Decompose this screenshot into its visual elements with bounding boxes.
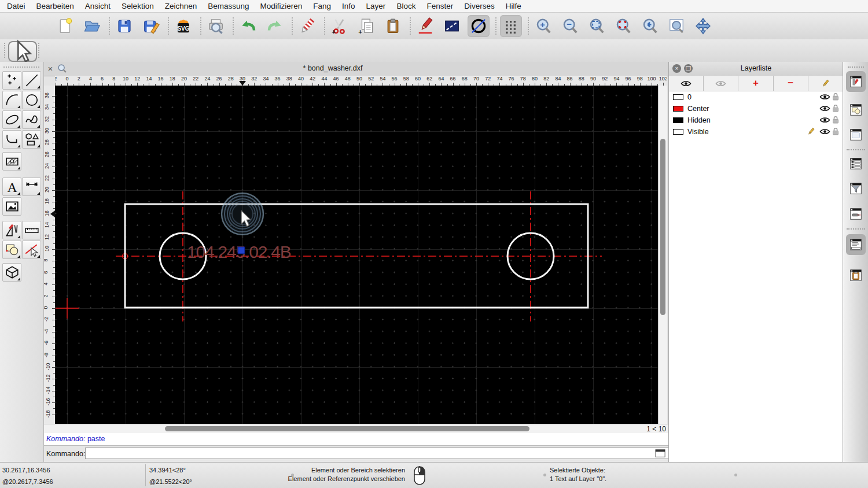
grid-toggle-button[interactable] bbox=[500, 15, 522, 37]
zoom-pan-button[interactable] bbox=[692, 15, 714, 37]
open-button[interactable] bbox=[81, 15, 103, 37]
circle-line-button[interactable] bbox=[468, 15, 490, 37]
mouse-hint-right: Element oder Referenzpunkt verschieben bbox=[288, 475, 405, 482]
save-button[interactable] bbox=[113, 15, 135, 37]
zoom-out-button[interactable]: − bbox=[559, 15, 581, 37]
menu-ansicht[interactable]: Ansicht bbox=[85, 2, 111, 10]
dock-clipboard-widget-button[interactable] bbox=[846, 265, 866, 286]
save-as-button[interactable] bbox=[140, 15, 162, 37]
save-icon bbox=[116, 17, 133, 35]
undo-button[interactable] bbox=[237, 15, 259, 37]
zoom-auto-button[interactable] bbox=[586, 15, 608, 37]
vertical-scrollbar[interactable] bbox=[659, 86, 667, 424]
tool-arc[interactable] bbox=[2, 91, 21, 109]
zoom-in-button[interactable]: + bbox=[532, 15, 554, 37]
menu-hilfe[interactable]: Hilfe bbox=[506, 2, 521, 10]
tool-solid3d[interactable] bbox=[2, 263, 21, 282]
tool-hatch[interactable] bbox=[2, 152, 21, 171]
command-detach-icon[interactable] bbox=[655, 449, 665, 458]
zoom-previous-button[interactable] bbox=[639, 15, 661, 37]
dock-entity-list-button[interactable] bbox=[846, 153, 866, 174]
layer-row-hidden[interactable]: Hidden bbox=[669, 114, 843, 126]
layer-visibility-icon[interactable] bbox=[819, 104, 829, 113]
svg-export-button[interactable]: SVG bbox=[172, 15, 194, 37]
layer-lock-icon[interactable] bbox=[832, 127, 842, 136]
svg-text:+: + bbox=[332, 28, 336, 35]
zoom-selection-button[interactable] bbox=[612, 15, 634, 37]
hide-all-eye-button[interactable] bbox=[704, 76, 738, 91]
tool-select-entity[interactable] bbox=[22, 241, 41, 259]
tool-line[interactable] bbox=[22, 71, 41, 90]
layer-panel-toolbar: +− bbox=[669, 76, 843, 91]
dock-layer-list-button[interactable] bbox=[846, 71, 866, 92]
dock-library-browser-button[interactable] bbox=[846, 124, 866, 145]
copy-button[interactable]: + bbox=[355, 15, 377, 37]
print-preview-button[interactable] bbox=[205, 15, 227, 37]
layer-row-visible[interactable]: Visible bbox=[669, 126, 843, 138]
layer-lock-icon[interactable] bbox=[832, 116, 842, 125]
paste-button[interactable] bbox=[382, 15, 404, 37]
horizontal-ruler: 2024681012141618202224262830323436384042… bbox=[55, 76, 667, 86]
entity-list-icon bbox=[848, 156, 864, 171]
command-input[interactable] bbox=[85, 448, 693, 459]
dock-command-widget-button[interactable] bbox=[846, 234, 866, 255]
horizontal-scrollbar[interactable]: 1 < 10 bbox=[43, 424, 668, 434]
menu-fenster[interactable]: Fenster bbox=[426, 2, 453, 10]
menu-bearbeiten[interactable]: Bearbeiten bbox=[36, 2, 74, 10]
menu-fang[interactable]: Fang bbox=[313, 2, 331, 10]
edit-layer-button[interactable] bbox=[808, 76, 843, 91]
tool-block[interactable] bbox=[2, 241, 21, 259]
layer-lock-icon[interactable] bbox=[832, 104, 842, 113]
delete-button[interactable] bbox=[296, 15, 318, 37]
svg-text:SVG: SVG bbox=[177, 25, 189, 32]
dock-selection-filter-button[interactable] bbox=[846, 178, 866, 199]
tool-dimension[interactable] bbox=[22, 178, 41, 196]
librecad-window: DateiBearbeitenAnsichtSelektionZeichnenB… bbox=[0, 0, 868, 488]
menu-bemassung[interactable]: Bemassung bbox=[208, 2, 249, 10]
zoom-window-button[interactable] bbox=[665, 15, 687, 37]
remove-layer-button[interactable]: − bbox=[774, 76, 808, 91]
drawing-canvas[interactable]: 104.245.02.4B bbox=[55, 86, 658, 424]
tool-modify[interactable] bbox=[2, 221, 21, 239]
cut-button[interactable]: + bbox=[329, 15, 351, 37]
horizontal-scrollbar-thumb[interactable] bbox=[165, 426, 529, 431]
menu-zeichnen[interactable]: Zeichnen bbox=[165, 2, 197, 10]
menu-layer[interactable]: Layer bbox=[366, 2, 386, 10]
layer-visibility-icon[interactable] bbox=[819, 116, 829, 125]
layer-row-0[interactable]: 0 bbox=[669, 91, 843, 103]
add-layer-button[interactable]: + bbox=[738, 76, 773, 91]
menu-info[interactable]: Info bbox=[342, 2, 355, 10]
tool-ellipse[interactable] bbox=[2, 110, 21, 129]
show-all-eye-button[interactable] bbox=[669, 76, 704, 91]
tool-polygon[interactable] bbox=[22, 130, 41, 149]
layer-visibility-icon[interactable] bbox=[819, 127, 829, 136]
rect-line-button[interactable] bbox=[441, 15, 463, 37]
layer-visibility-icon[interactable] bbox=[819, 93, 829, 102]
tool-measure[interactable] bbox=[22, 221, 41, 239]
layer-lock-icon[interactable] bbox=[832, 93, 842, 102]
tool-spline[interactable] bbox=[22, 110, 41, 129]
tool-text[interactable]: A bbox=[2, 178, 21, 196]
tool-polyline[interactable] bbox=[2, 130, 21, 149]
tool-circle[interactable] bbox=[22, 91, 41, 109]
new-button[interactable] bbox=[54, 15, 76, 37]
dock-pen-palette-button[interactable] bbox=[846, 204, 866, 224]
menu-diverses[interactable]: Diverses bbox=[464, 2, 495, 10]
menu-selektion[interactable]: Selektion bbox=[122, 2, 154, 10]
tool-image[interactable] bbox=[2, 197, 21, 216]
zoom-auto-icon bbox=[588, 17, 605, 35]
layer-color-swatch bbox=[673, 94, 683, 100]
dock-block-list-button[interactable] bbox=[846, 99, 866, 120]
select-tool-button[interactable] bbox=[8, 41, 37, 62]
tool-points[interactable] bbox=[2, 71, 21, 90]
vertical-scrollbar-thumb[interactable] bbox=[660, 139, 665, 315]
menu-block[interactable]: Block bbox=[396, 2, 415, 10]
menu-datei[interactable]: Datei bbox=[7, 2, 25, 10]
dock-strip bbox=[843, 62, 868, 462]
layer-edit-icon[interactable] bbox=[807, 127, 816, 136]
pen-edit-button[interactable] bbox=[414, 15, 436, 37]
layer-row-center[interactable]: Center bbox=[669, 103, 843, 114]
command-history-value: paste bbox=[87, 435, 105, 443]
menu-modifizieren[interactable]: Modifizieren bbox=[260, 2, 303, 10]
redo-button[interactable] bbox=[264, 15, 286, 37]
